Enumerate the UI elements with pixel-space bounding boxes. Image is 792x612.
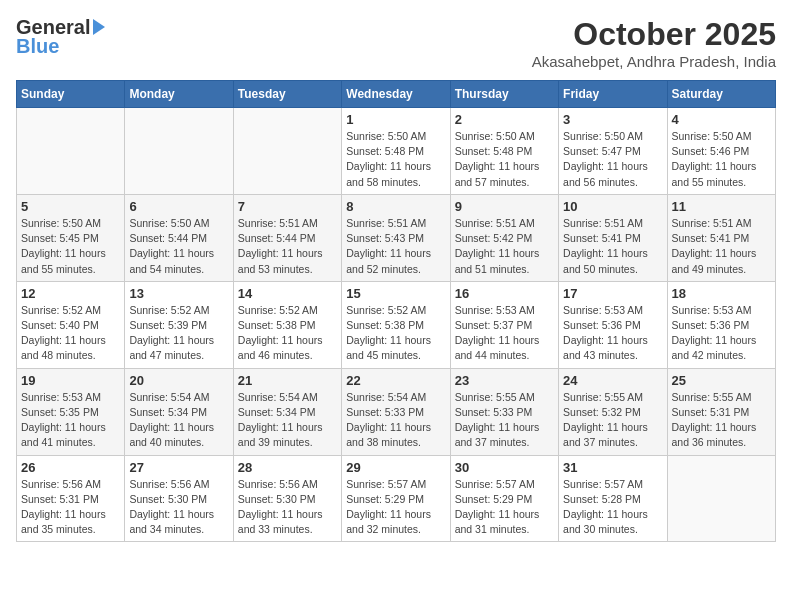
day-info: Sunrise: 5:50 AMSunset: 5:44 PMDaylight:… <box>129 216 228 277</box>
calendar-cell: 1Sunrise: 5:50 AMSunset: 5:48 PMDaylight… <box>342 108 450 195</box>
day-number: 9 <box>455 199 554 214</box>
day-info: Sunrise: 5:53 AMSunset: 5:36 PMDaylight:… <box>563 303 662 364</box>
day-of-week-header: Monday <box>125 81 233 108</box>
calendar-cell <box>125 108 233 195</box>
logo-blue-text: Blue <box>16 35 59 58</box>
day-info: Sunrise: 5:57 AMSunset: 5:29 PMDaylight:… <box>346 477 445 538</box>
calendar-week-row: 1Sunrise: 5:50 AMSunset: 5:48 PMDaylight… <box>17 108 776 195</box>
day-info: Sunrise: 5:50 AMSunset: 5:47 PMDaylight:… <box>563 129 662 190</box>
day-number: 12 <box>21 286 120 301</box>
calendar-cell: 28Sunrise: 5:56 AMSunset: 5:30 PMDayligh… <box>233 455 341 542</box>
day-number: 1 <box>346 112 445 127</box>
day-info: Sunrise: 5:51 AMSunset: 5:41 PMDaylight:… <box>563 216 662 277</box>
calendar-cell: 9Sunrise: 5:51 AMSunset: 5:42 PMDaylight… <box>450 194 558 281</box>
day-number: 14 <box>238 286 337 301</box>
calendar-cell <box>667 455 775 542</box>
calendar-week-row: 12Sunrise: 5:52 AMSunset: 5:40 PMDayligh… <box>17 281 776 368</box>
day-of-week-header: Friday <box>559 81 667 108</box>
day-of-week-header: Thursday <box>450 81 558 108</box>
day-info: Sunrise: 5:52 AMSunset: 5:38 PMDaylight:… <box>346 303 445 364</box>
calendar-cell: 30Sunrise: 5:57 AMSunset: 5:29 PMDayligh… <box>450 455 558 542</box>
calendar-cell: 26Sunrise: 5:56 AMSunset: 5:31 PMDayligh… <box>17 455 125 542</box>
calendar-cell: 13Sunrise: 5:52 AMSunset: 5:39 PMDayligh… <box>125 281 233 368</box>
day-number: 28 <box>238 460 337 475</box>
day-number: 30 <box>455 460 554 475</box>
day-info: Sunrise: 5:57 AMSunset: 5:29 PMDaylight:… <box>455 477 554 538</box>
day-number: 10 <box>563 199 662 214</box>
day-info: Sunrise: 5:57 AMSunset: 5:28 PMDaylight:… <box>563 477 662 538</box>
location-subtitle: Akasahebpet, Andhra Pradesh, India <box>532 53 776 70</box>
day-number: 26 <box>21 460 120 475</box>
calendar-header-row: SundayMondayTuesdayWednesdayThursdayFrid… <box>17 81 776 108</box>
day-info: Sunrise: 5:52 AMSunset: 5:38 PMDaylight:… <box>238 303 337 364</box>
calendar-cell: 7Sunrise: 5:51 AMSunset: 5:44 PMDaylight… <box>233 194 341 281</box>
logo: General Blue <box>16 16 105 58</box>
day-info: Sunrise: 5:53 AMSunset: 5:36 PMDaylight:… <box>672 303 771 364</box>
day-number: 16 <box>455 286 554 301</box>
day-number: 18 <box>672 286 771 301</box>
day-info: Sunrise: 5:52 AMSunset: 5:39 PMDaylight:… <box>129 303 228 364</box>
day-info: Sunrise: 5:51 AMSunset: 5:43 PMDaylight:… <box>346 216 445 277</box>
calendar-cell <box>233 108 341 195</box>
day-number: 29 <box>346 460 445 475</box>
calendar-cell: 19Sunrise: 5:53 AMSunset: 5:35 PMDayligh… <box>17 368 125 455</box>
day-number: 15 <box>346 286 445 301</box>
calendar-cell: 15Sunrise: 5:52 AMSunset: 5:38 PMDayligh… <box>342 281 450 368</box>
day-of-week-header: Wednesday <box>342 81 450 108</box>
calendar-cell: 24Sunrise: 5:55 AMSunset: 5:32 PMDayligh… <box>559 368 667 455</box>
day-number: 6 <box>129 199 228 214</box>
day-info: Sunrise: 5:51 AMSunset: 5:41 PMDaylight:… <box>672 216 771 277</box>
day-info: Sunrise: 5:50 AMSunset: 5:45 PMDaylight:… <box>21 216 120 277</box>
calendar-cell: 11Sunrise: 5:51 AMSunset: 5:41 PMDayligh… <box>667 194 775 281</box>
calendar-cell: 25Sunrise: 5:55 AMSunset: 5:31 PMDayligh… <box>667 368 775 455</box>
calendar-week-row: 19Sunrise: 5:53 AMSunset: 5:35 PMDayligh… <box>17 368 776 455</box>
calendar-cell <box>17 108 125 195</box>
day-number: 8 <box>346 199 445 214</box>
day-number: 24 <box>563 373 662 388</box>
calendar-cell: 8Sunrise: 5:51 AMSunset: 5:43 PMDaylight… <box>342 194 450 281</box>
day-info: Sunrise: 5:50 AMSunset: 5:46 PMDaylight:… <box>672 129 771 190</box>
day-number: 17 <box>563 286 662 301</box>
day-info: Sunrise: 5:56 AMSunset: 5:31 PMDaylight:… <box>21 477 120 538</box>
day-info: Sunrise: 5:54 AMSunset: 5:33 PMDaylight:… <box>346 390 445 451</box>
calendar-cell: 6Sunrise: 5:50 AMSunset: 5:44 PMDaylight… <box>125 194 233 281</box>
day-number: 5 <box>21 199 120 214</box>
day-info: Sunrise: 5:56 AMSunset: 5:30 PMDaylight:… <box>238 477 337 538</box>
calendar-week-row: 5Sunrise: 5:50 AMSunset: 5:45 PMDaylight… <box>17 194 776 281</box>
calendar-cell: 5Sunrise: 5:50 AMSunset: 5:45 PMDaylight… <box>17 194 125 281</box>
day-number: 23 <box>455 373 554 388</box>
day-number: 20 <box>129 373 228 388</box>
day-number: 22 <box>346 373 445 388</box>
calendar-week-row: 26Sunrise: 5:56 AMSunset: 5:31 PMDayligh… <box>17 455 776 542</box>
day-number: 11 <box>672 199 771 214</box>
day-number: 25 <box>672 373 771 388</box>
calendar-cell: 16Sunrise: 5:53 AMSunset: 5:37 PMDayligh… <box>450 281 558 368</box>
calendar-cell: 12Sunrise: 5:52 AMSunset: 5:40 PMDayligh… <box>17 281 125 368</box>
calendar-cell: 27Sunrise: 5:56 AMSunset: 5:30 PMDayligh… <box>125 455 233 542</box>
calendar-table: SundayMondayTuesdayWednesdayThursdayFrid… <box>16 80 776 542</box>
calendar-cell: 18Sunrise: 5:53 AMSunset: 5:36 PMDayligh… <box>667 281 775 368</box>
day-of-week-header: Sunday <box>17 81 125 108</box>
day-number: 2 <box>455 112 554 127</box>
calendar-cell: 21Sunrise: 5:54 AMSunset: 5:34 PMDayligh… <box>233 368 341 455</box>
logo-arrow-icon <box>93 19 105 35</box>
calendar-cell: 20Sunrise: 5:54 AMSunset: 5:34 PMDayligh… <box>125 368 233 455</box>
day-number: 3 <box>563 112 662 127</box>
calendar-cell: 10Sunrise: 5:51 AMSunset: 5:41 PMDayligh… <box>559 194 667 281</box>
day-info: Sunrise: 5:55 AMSunset: 5:33 PMDaylight:… <box>455 390 554 451</box>
day-of-week-header: Saturday <box>667 81 775 108</box>
calendar-cell: 14Sunrise: 5:52 AMSunset: 5:38 PMDayligh… <box>233 281 341 368</box>
day-info: Sunrise: 5:50 AMSunset: 5:48 PMDaylight:… <box>346 129 445 190</box>
page-header: General Blue October 2025 Akasahebpet, A… <box>16 16 776 70</box>
day-number: 7 <box>238 199 337 214</box>
calendar-cell: 17Sunrise: 5:53 AMSunset: 5:36 PMDayligh… <box>559 281 667 368</box>
day-number: 31 <box>563 460 662 475</box>
month-title: October 2025 <box>532 16 776 53</box>
calendar-cell: 3Sunrise: 5:50 AMSunset: 5:47 PMDaylight… <box>559 108 667 195</box>
calendar-cell: 29Sunrise: 5:57 AMSunset: 5:29 PMDayligh… <box>342 455 450 542</box>
title-area: October 2025 Akasahebpet, Andhra Pradesh… <box>532 16 776 70</box>
day-info: Sunrise: 5:50 AMSunset: 5:48 PMDaylight:… <box>455 129 554 190</box>
day-info: Sunrise: 5:51 AMSunset: 5:44 PMDaylight:… <box>238 216 337 277</box>
day-info: Sunrise: 5:54 AMSunset: 5:34 PMDaylight:… <box>238 390 337 451</box>
day-info: Sunrise: 5:56 AMSunset: 5:30 PMDaylight:… <box>129 477 228 538</box>
